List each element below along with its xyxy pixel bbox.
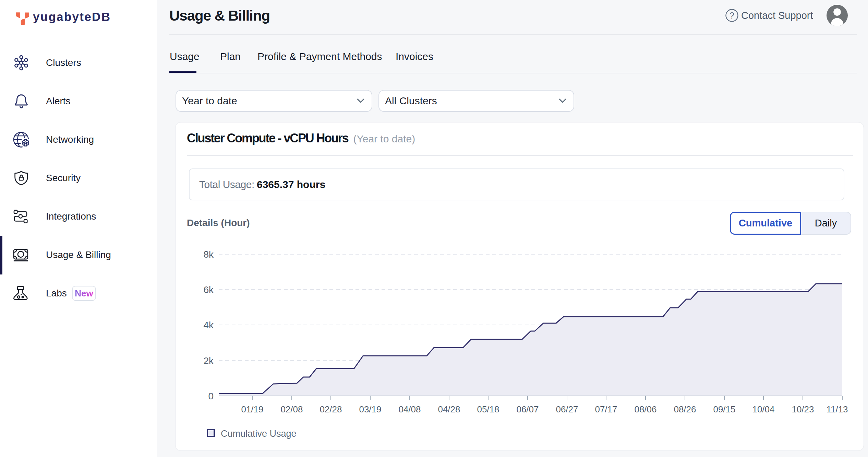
svg-text:6k: 6k bbox=[203, 284, 214, 295]
svg-text:07/17: 07/17 bbox=[595, 404, 617, 414]
svg-text:06/27: 06/27 bbox=[556, 404, 578, 414]
svg-text:05/18: 05/18 bbox=[477, 404, 499, 414]
svg-text:08/26: 08/26 bbox=[674, 404, 696, 414]
svg-text:04/28: 04/28 bbox=[438, 404, 460, 414]
svg-text:01/19: 01/19 bbox=[241, 404, 263, 414]
svg-text:2k: 2k bbox=[203, 355, 214, 366]
svg-text:02/28: 02/28 bbox=[320, 404, 342, 414]
svg-text:4k: 4k bbox=[203, 320, 214, 330]
svg-text:04/08: 04/08 bbox=[398, 404, 421, 414]
svg-text:10/04: 10/04 bbox=[752, 404, 774, 414]
svg-text:11/13: 11/13 bbox=[826, 404, 848, 414]
svg-text:10/23: 10/23 bbox=[792, 404, 814, 414]
svg-text:8k: 8k bbox=[203, 249, 214, 260]
svg-text:09/15: 09/15 bbox=[713, 404, 735, 414]
svg-text:08/06: 08/06 bbox=[634, 404, 656, 414]
svg-text:0: 0 bbox=[208, 391, 214, 401]
svg-text:02/08: 02/08 bbox=[280, 404, 303, 414]
svg-text:03/19: 03/19 bbox=[359, 404, 381, 414]
svg-text:06/07: 06/07 bbox=[516, 404, 539, 414]
svg-text:?: ? bbox=[730, 10, 734, 21]
